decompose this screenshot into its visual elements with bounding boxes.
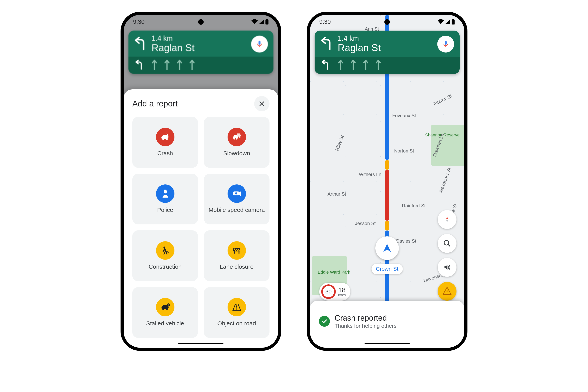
cell-signal-icon xyxy=(445,20,450,24)
status-time: 9:30 xyxy=(133,18,144,25)
front-camera-dot xyxy=(198,19,204,25)
park-label-eddie: Eddie Ward Park xyxy=(318,270,350,274)
nav-distance: 1.4 km xyxy=(338,34,433,42)
toast-title: Crash reported xyxy=(334,313,396,322)
status-icons xyxy=(252,19,269,24)
lane-turn-left-icon xyxy=(320,60,331,70)
svg-rect-9 xyxy=(164,190,166,191)
speed-limit-sign: 30 xyxy=(321,284,336,299)
wifi-icon xyxy=(438,20,444,24)
wifi-icon xyxy=(252,20,258,24)
mic-icon xyxy=(256,40,264,48)
sound-button[interactable] xyxy=(438,258,456,277)
lane-straight-icon xyxy=(375,60,381,70)
report-button[interactable] xyxy=(438,282,456,301)
report-grid: Crash Slowdown Police xyxy=(132,117,270,338)
svg-point-7 xyxy=(239,136,240,138)
home-indicator[interactable] xyxy=(364,342,410,344)
close-icon xyxy=(258,100,265,107)
route-segment-slow xyxy=(385,160,389,170)
lane-straight-icon xyxy=(363,60,369,70)
svg-point-8 xyxy=(164,190,167,194)
voice-search-button[interactable] xyxy=(437,36,454,52)
svg-rect-14 xyxy=(234,251,235,254)
cell-signal-icon xyxy=(259,20,264,24)
object-on-road-icon xyxy=(228,298,246,316)
current-location-marker xyxy=(375,236,399,260)
search-button[interactable] xyxy=(438,234,456,253)
report-confirmation-toast: Crash reported Thanks for helping others xyxy=(310,301,464,348)
close-button[interactable] xyxy=(254,96,270,111)
lane-straight-icon xyxy=(350,60,356,70)
turn-left-icon xyxy=(320,37,334,51)
construction-icon xyxy=(156,241,174,260)
report-label: Crash xyxy=(157,150,173,157)
report-construction[interactable]: Construction xyxy=(132,230,198,281)
street-label: Jesson St xyxy=(355,221,376,226)
toast-subtitle: Thanks for helping others xyxy=(334,322,396,329)
current-speed: 18 xyxy=(338,286,346,293)
nav-street: Raglan St xyxy=(338,42,433,54)
home-indicator[interactable] xyxy=(178,342,224,344)
report-police[interactable]: Police xyxy=(132,174,198,224)
report-crash[interactable]: Crash xyxy=(132,117,198,168)
lane-straight-icon xyxy=(164,60,170,70)
svg-point-20 xyxy=(444,240,449,245)
navigation-banner[interactable]: 1.4 km Raglan St xyxy=(314,30,460,74)
add-report-sheet: Add a report Crash xyxy=(124,90,278,348)
svg-rect-1 xyxy=(266,19,268,20)
status-icons xyxy=(438,19,455,24)
lane-closure-icon xyxy=(228,241,246,260)
nav-distance: 1.4 km xyxy=(152,34,247,42)
lane-guidance-row xyxy=(314,57,460,74)
svg-rect-0 xyxy=(266,20,268,24)
svg-text:!: ! xyxy=(168,304,168,306)
report-label: Police xyxy=(157,206,173,214)
svg-point-17 xyxy=(166,308,168,310)
lane-straight-icon xyxy=(152,60,158,70)
crash-icon xyxy=(156,128,174,146)
street-label: Withers Ln xyxy=(359,172,382,177)
svg-point-5 xyxy=(236,138,238,140)
report-lane-closure[interactable]: Lane closure xyxy=(204,230,270,281)
report-slowdown[interactable]: Slowdown xyxy=(204,117,270,168)
battery-icon xyxy=(452,19,455,24)
phone-right: Shannon Reserve Eddie Ward Park Ann St F… xyxy=(307,12,468,351)
speaker-icon xyxy=(443,264,451,271)
report-object-on-road[interactable]: Object on road xyxy=(204,287,270,338)
report-label: Object on road xyxy=(217,320,256,327)
report-label: Lane closure xyxy=(220,263,254,270)
lane-straight-icon xyxy=(176,60,182,70)
check-icon xyxy=(319,316,330,327)
front-camera-dot xyxy=(384,19,390,25)
police-icon xyxy=(156,184,174,203)
report-stalled-vehicle[interactable]: ! Stalled vehicle xyxy=(132,287,198,338)
svg-rect-21 xyxy=(452,20,454,24)
battery-icon xyxy=(265,19,269,24)
svg-point-6 xyxy=(237,136,238,138)
voice-search-button[interactable] xyxy=(251,36,268,52)
speed-camera-icon xyxy=(228,184,246,203)
nav-street: Raglan St xyxy=(152,42,247,54)
svg-point-16 xyxy=(162,308,164,310)
svg-point-3 xyxy=(166,138,168,140)
report-label: Mobile speed camera xyxy=(208,206,265,214)
svg-point-2 xyxy=(162,138,164,140)
svg-rect-22 xyxy=(452,19,454,20)
svg-point-12 xyxy=(164,246,165,248)
report-label: Stalled vehicle xyxy=(146,320,184,327)
sheet-title: Add a report xyxy=(132,99,178,108)
speed-unit: km/h xyxy=(338,293,346,297)
lane-turn-left-icon xyxy=(134,60,145,70)
svg-rect-15 xyxy=(238,251,240,254)
speed-indicator: 30 18 km/h xyxy=(319,283,350,301)
compass-icon xyxy=(443,216,451,224)
report-speed-camera[interactable]: Mobile speed camera xyxy=(204,174,270,224)
lane-straight-icon xyxy=(189,60,195,70)
slowdown-icon xyxy=(228,128,246,146)
route-segment-jam xyxy=(385,170,389,221)
status-time: 9:30 xyxy=(319,18,331,25)
compass-button[interactable] xyxy=(438,210,456,229)
street-label: Davies St xyxy=(396,238,416,244)
turn-left-icon xyxy=(134,37,148,51)
